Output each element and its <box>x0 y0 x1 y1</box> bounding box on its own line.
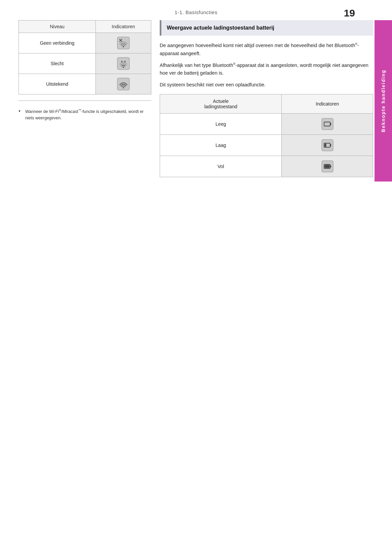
page-number: 19 <box>344 7 355 19</box>
body-paragraph-1: De aangegeven hoeveelheid komt niet alti… <box>160 42 373 57</box>
right-column: Weergave actuele ladingstoestand batteri… <box>160 20 373 177</box>
svg-text:▲▲: ▲▲ <box>120 59 126 63</box>
page-header: 1-1. Basisfuncties <box>0 9 392 15</box>
body-paragraph-2: Afhankelijk van het type Bluetooth®-appa… <box>160 62 373 77</box>
signal-row2-label: Slecht <box>19 53 96 74</box>
signal-row2-icon: ▲▲ <box>96 53 151 74</box>
battery-col1-header: Actueleladingstoestand <box>160 94 282 114</box>
sidebar-tab-label: Beknopte handleiding <box>381 70 386 132</box>
svg-rect-14 <box>330 144 331 146</box>
divider <box>18 101 151 101</box>
battery-table: Actueleladingstoestand Indicatoren Leeg <box>160 94 373 177</box>
svg-rect-15 <box>324 144 326 147</box>
svg-rect-11 <box>330 123 331 125</box>
svg-point-1 <box>123 46 124 47</box>
signal-table: Niveau Indicatoren Geen verbinding <box>18 20 151 94</box>
battery-full-icon <box>321 160 334 173</box>
battery-low-icon <box>321 139 334 152</box>
svg-point-8 <box>123 87 124 88</box>
svg-rect-9 <box>322 118 333 130</box>
table-row: Slecht ▲▲ <box>19 53 151 74</box>
table-row: Geen verbinding <box>19 33 151 53</box>
svg-rect-12 <box>322 140 333 151</box>
svg-rect-18 <box>330 165 331 167</box>
signal-row3-label: Uitstekend <box>19 74 96 94</box>
wifi-none-icon <box>117 36 130 50</box>
signal-row1-label: Geen verbinding <box>19 33 96 53</box>
signal-col1-header: Niveau <box>19 21 96 33</box>
battery-row3-icon <box>282 156 373 177</box>
sidebar-tab: Beknopte handleiding <box>375 20 392 182</box>
wifi-full-icon <box>117 77 130 91</box>
battery-row3-label: Vol <box>160 156 282 177</box>
battery-empty-icon <box>321 118 334 130</box>
table-row: Uitstekend <box>19 74 151 94</box>
footnote-text: Wanneer de Wi-Fi®/Miracast™-functie is u… <box>25 109 144 120</box>
signal-col2-header: Indicatoren <box>96 21 151 33</box>
body-paragraph-3: Dit systeem beschikt niet over een oplaa… <box>160 81 373 89</box>
table-row: Laag <box>160 135 373 156</box>
svg-point-5 <box>123 67 124 68</box>
battery-row2-icon <box>282 135 373 156</box>
table-row: Vol <box>160 156 373 177</box>
svg-rect-19 <box>324 165 329 168</box>
battery-row1-label: Leeg <box>160 114 282 135</box>
left-footnote: Wanneer de Wi-Fi®/Miracast™-functie is u… <box>18 108 151 121</box>
signal-row3-icon <box>96 74 151 94</box>
wifi-low-icon: ▲▲ <box>117 57 130 70</box>
battery-col2-header: Indicatoren <box>282 94 373 114</box>
battery-row1-icon <box>282 114 373 135</box>
battery-row2-label: Laag <box>160 135 282 156</box>
left-column: Niveau Indicatoren Geen verbinding <box>18 20 151 121</box>
signal-row1-icon <box>96 33 151 53</box>
section-header-text: Weergave actuele ladingstoestand batteri… <box>167 24 368 32</box>
section-header-box: Weergave actuele ladingstoestand batteri… <box>160 20 373 36</box>
table-row: Leeg <box>160 114 373 135</box>
section-title: 1-1. Basisfuncties <box>174 9 217 15</box>
